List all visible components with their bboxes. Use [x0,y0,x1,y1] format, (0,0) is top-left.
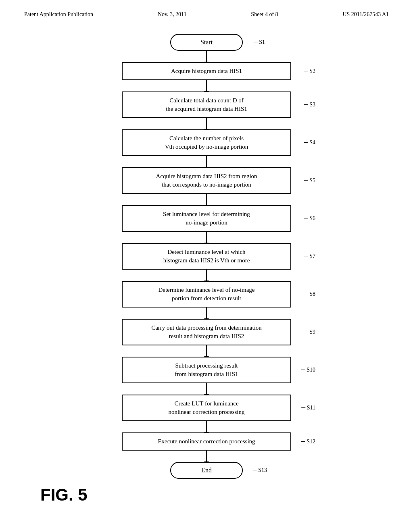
step-label-s6: ─ S6 [304,215,315,222]
header-date: Nov. 3, 2011 [158,11,187,18]
arrow-6 [206,270,207,281]
figure-label: FIG. 5 [40,485,88,505]
stadium-shape-s13: End [170,462,243,479]
step-label-s13: ─ S13 [253,467,267,474]
flow-step-s11: Create LUT for luminance nonlinear corre… [122,395,291,421]
flow-step-s5: Acquire histogram data HIS2 from region … [122,167,291,194]
flow-step-s3: Calculate total data count D of the acqu… [122,91,291,118]
arrow-5 [206,232,207,243]
step-label-s2: ─ S2 [304,68,315,75]
header-left: Patent Application Publication [24,11,93,18]
arrow-11 [206,451,207,462]
flowchart: Start─ S1Acquire histogram data HIS1─ S2… [0,22,413,479]
arrow-7 [206,308,207,319]
flow-step-s8: Determine luminance level of no-image po… [122,281,291,308]
step-label-s11: ─ S11 [301,405,315,411]
rect-shape-s2: Acquire histogram data HIS1 [122,62,291,80]
rect-shape-s3: Calculate total data count D of the acqu… [122,91,291,118]
step-label-s3: ─ S3 [304,102,315,108]
rect-shape-s9: Carry out data processing from determina… [122,319,291,345]
step-label-s10: ─ S10 [301,367,315,373]
flow-step-s7: Detect luminance level at which histogra… [122,243,291,270]
rect-shape-s6: Set luminance level for determining no-i… [122,205,291,232]
step-label-s4: ─ S4 [304,139,315,146]
rect-shape-s7: Detect luminance level at which histogra… [122,243,291,270]
arrow-4 [206,194,207,205]
flow-step-s13: End─ S13 [170,462,243,479]
header-patent: US 2011/267543 A1 [342,11,389,18]
flow-step-s2: Acquire histogram data HIS1─ S2 [122,62,291,80]
step-label-s9: ─ S9 [304,329,315,335]
flow-step-s4: Calculate the number of pixels Vth occup… [122,129,291,156]
flow-step-s9: Carry out data processing from determina… [122,319,291,345]
flow-step-s6: Set luminance level for determining no-i… [122,205,291,232]
header-sheet: Sheet 4 of 8 [251,11,278,18]
rect-shape-s10: Subtract processing result from histogra… [122,357,291,383]
step-label-s5: ─ S5 [304,177,315,184]
rect-shape-s12: Execute nonlinear correction processing [122,432,291,451]
arrow-10 [206,421,207,432]
arrow-1 [206,80,207,91]
arrow-3 [206,156,207,167]
arrow-9 [206,383,207,395]
step-label-s12: ─ S12 [301,438,315,445]
stadium-shape-s1: Start [170,34,243,51]
rect-shape-s5: Acquire histogram data HIS2 from region … [122,167,291,194]
flow-step-s10: Subtract processing result from histogra… [122,357,291,383]
arrow-2 [206,118,207,129]
flow-step-s1: Start─ S1 [170,34,243,51]
step-label-s7: ─ S7 [304,253,315,260]
rect-shape-s11: Create LUT for luminance nonlinear corre… [122,395,291,421]
page-header: Patent Application Publication Nov. 3, 2… [0,0,413,22]
arrow-0 [206,51,207,62]
step-label-s8: ─ S8 [304,291,315,297]
step-label-s1: ─ S1 [254,39,265,46]
rect-shape-s8: Determine luminance level of no-image po… [122,281,291,308]
arrow-8 [206,345,207,357]
rect-shape-s4: Calculate the number of pixels Vth occup… [122,129,291,156]
flow-step-s12: Execute nonlinear correction processing─… [122,432,291,451]
